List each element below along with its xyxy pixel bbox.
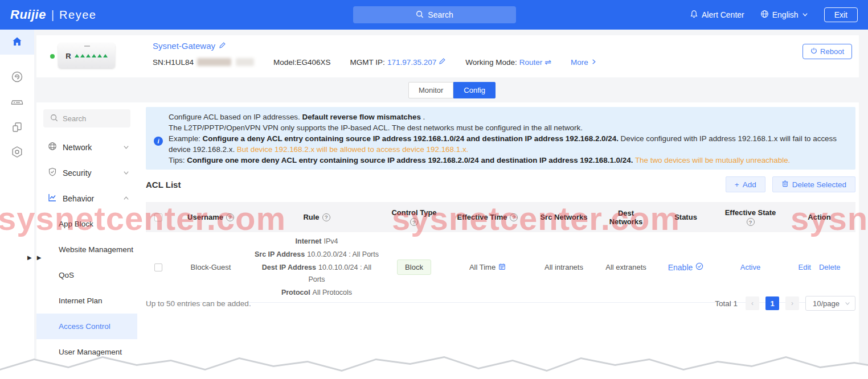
col-effective-time: Effective Time: [457, 213, 507, 221]
sn-redacted-blur: [197, 58, 231, 66]
row-effective-time: All Time: [469, 263, 496, 271]
rail-gateway-button[interactable]: [0, 90, 34, 115]
alert-center-label: Alert Center: [702, 10, 744, 19]
calendar-icon[interactable]: [498, 263, 506, 272]
pagination-total: Total 1: [715, 299, 738, 308]
info-icon: i: [154, 137, 163, 146]
expand-arrow-icon[interactable]: ▶: [27, 254, 32, 261]
chevron-up-icon: [123, 194, 129, 203]
search-label: Search: [428, 10, 453, 19]
device-image-logo: R: [65, 52, 71, 60]
sidebar-item-app-block[interactable]: App Block: [36, 211, 137, 237]
swap-mode-icon[interactable]: ⇌: [544, 57, 551, 67]
device-name[interactable]: Sysnet-Gateway: [153, 41, 597, 51]
pagination: Total 1 ‹ 1 › 10/page: [715, 296, 855, 311]
help-icon[interactable]: ?: [226, 213, 234, 221]
plus-icon: +: [735, 180, 739, 189]
alert-center-button[interactable]: Alert Center: [690, 10, 744, 20]
col-effective-state: Effective State: [725, 208, 776, 217]
add-button[interactable]: + Add: [726, 176, 765, 192]
working-mode: Working Mode: Router ⇌: [465, 57, 551, 67]
exit-button[interactable]: Exit: [824, 7, 858, 22]
working-mode-value[interactable]: Router: [519, 58, 543, 67]
banner-line-3: Example: Configure a deny ACL entry cont…: [169, 133, 844, 155]
table-footer: Up to 50 entries can be added. Total 1 ‹…: [146, 296, 855, 311]
sidebar-group-network[interactable]: Network: [36, 134, 137, 160]
devices-icon: [11, 121, 23, 135]
sidebar-item-internet-plan[interactable]: Internet Plan: [36, 288, 137, 314]
online-status-dot: [50, 54, 55, 59]
device-image: R: [58, 43, 115, 68]
device-sn: SN:H1UL84: [153, 58, 254, 67]
next-page-button[interactable]: ›: [785, 296, 799, 310]
row-checkbox[interactable]: [154, 263, 162, 271]
sidebar-search-placeholder: Search: [63, 114, 86, 123]
control-type-badge: Block: [397, 259, 431, 275]
reyee-acl-page: Ruijie | Reyee Search Alert Center Engli…: [0, 0, 868, 379]
help-icon[interactable]: ?: [510, 213, 518, 221]
banner-line-2: The L2TP/PPTP/OpenVPN VPN only supports …: [169, 122, 844, 133]
acl-list-title: ACL List: [146, 180, 181, 190]
sidebar-item-access-control[interactable]: Access Control: [36, 314, 137, 339]
language-label: English: [772, 10, 799, 19]
search-icon: [416, 10, 424, 20]
mgmt-ip-value[interactable]: 171.97.35.207: [387, 58, 436, 67]
mode-tabs: Monitor Config: [408, 82, 496, 98]
rail-system-button[interactable]: [0, 140, 34, 165]
device-image-leds: [75, 54, 108, 57]
help-icon[interactable]: ?: [322, 213, 330, 221]
chevron-down-icon: [802, 10, 808, 19]
reyee-e-icon: [11, 71, 23, 85]
acl-content-panel: i Configure ACL based on IP addresses. D…: [137, 102, 859, 379]
current-page-button[interactable]: 1: [765, 296, 779, 310]
prev-page-button[interactable]: ‹: [746, 296, 759, 310]
global-search[interactable]: Search: [353, 6, 516, 23]
help-icon[interactable]: ?: [747, 218, 755, 226]
device-mgmt-ip: MGMT IP: 171.97.35.207: [350, 57, 447, 67]
status-enable-toggle[interactable]: Enable: [668, 262, 704, 272]
edit-link[interactable]: Edit: [799, 263, 811, 271]
select-all-checkbox[interactable]: [154, 213, 162, 221]
delete-link[interactable]: Delete: [819, 263, 841, 271]
col-src-networks: Src Networks: [540, 213, 587, 221]
delete-selected-button[interactable]: Delete Selected: [772, 176, 855, 192]
device-model: Model:EG406XS: [273, 58, 331, 67]
chevron-right-icon: [591, 58, 597, 67]
col-action: Action: [808, 213, 830, 221]
tab-monitor[interactable]: Monitor: [408, 82, 453, 98]
row-rule: InternetIPv4 Src IP Address10.0.20.0/24 …: [251, 232, 383, 302]
sidebar-item-qos[interactable]: QoS: [36, 262, 137, 288]
shield-icon: [48, 167, 57, 178]
help-icon[interactable]: ?: [410, 218, 418, 226]
row-dest-networks: All extranets: [605, 263, 646, 271]
hexagon-settings-icon: [10, 145, 24, 160]
edit-pencil-icon[interactable]: [439, 57, 446, 67]
edit-pencil-icon[interactable]: [219, 41, 226, 51]
chart-icon: [48, 193, 57, 204]
language-selector[interactable]: English: [760, 10, 808, 20]
expand-arrow-icon[interactable]: ▶: [37, 254, 42, 261]
rail-network-button[interactable]: [0, 65, 34, 90]
brand-logo: Ruijie | Reyee: [10, 7, 96, 22]
sidebar-item-website-management[interactable]: Website Management: [36, 237, 137, 262]
banner-line-4: Tips: Configure one more deny ACL entry …: [169, 155, 844, 166]
brand-reyee: Reyee: [59, 9, 96, 22]
sidebar-collapse-handles[interactable]: ▶ ▶: [27, 254, 41, 261]
home-icon: [11, 36, 23, 49]
rail-home-button[interactable]: [0, 30, 34, 55]
more-link[interactable]: More: [571, 58, 597, 67]
trash-icon: [781, 180, 789, 189]
entries-limit-note: Up to 50 entries can be added.: [146, 299, 251, 308]
sidebar-group-security[interactable]: Security: [36, 160, 137, 186]
sidebar-item-user-management[interactable]: User Management: [36, 339, 137, 365]
sidebar-search-input[interactable]: Search: [43, 109, 130, 127]
tab-config[interactable]: Config: [453, 82, 496, 98]
rail-clients-button[interactable]: [0, 115, 34, 140]
router-icon: [10, 95, 24, 110]
page-size-select[interactable]: 10/page: [805, 296, 855, 311]
sidebar-group-behavior[interactable]: Behavior: [36, 186, 137, 211]
reboot-button[interactable]: Reboot: [803, 44, 852, 59]
sidebar-item-clients[interactable]: Clients M: [36, 365, 137, 379]
acl-table: Username? Rule? Control Type? Effective …: [146, 202, 855, 303]
power-icon: [810, 47, 817, 56]
